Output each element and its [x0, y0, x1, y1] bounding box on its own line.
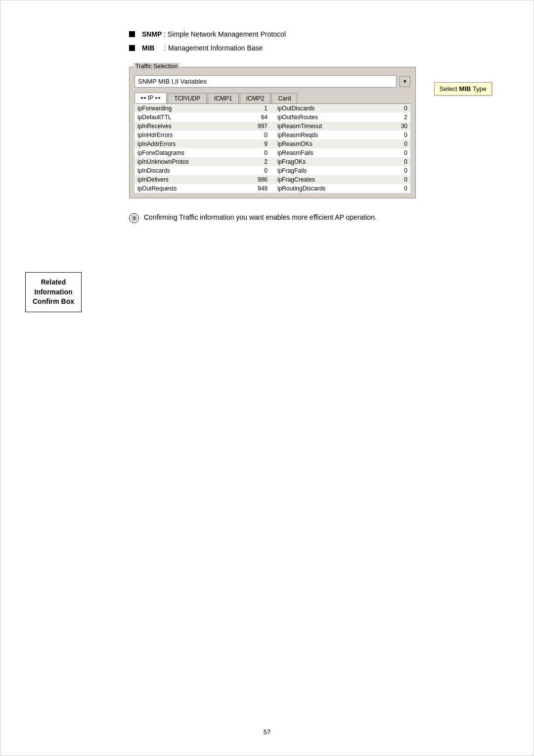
ip-data-table: ipForwarding 1 ipOutDiscards 0 ipDefault…	[134, 104, 410, 193]
tabs-row: IP TCP/UDP ICMP1 ICMP2 Card	[134, 93, 410, 104]
table-row: ipInAddrErrors 9 ipReasmOKs 0	[134, 140, 410, 148]
dropdown-arrow-icon[interactable]: ▼	[400, 76, 410, 87]
cell-name2: ipReasmReqds	[272, 131, 377, 140]
cell-val1: 2	[239, 157, 272, 166]
cell-val2: 2	[377, 113, 410, 122]
bullet-item-snmp: SNMP : Simple Network Management Protoco…	[129, 30, 494, 38]
select-mib-tooltip: Select MIB Type	[434, 82, 492, 95]
cell-name1: ipDefaultTTL	[134, 113, 239, 122]
table-row: ipInDiscards 0 ipFragFails 0	[134, 166, 410, 175]
cell-val2: 0	[377, 166, 410, 175]
cell-val1: 1	[239, 104, 272, 113]
cell-name2: ipReasmOKs	[272, 140, 377, 148]
cell-val1: 997	[239, 122, 272, 131]
tab-ip[interactable]: IP	[134, 93, 167, 103]
tab-card[interactable]: Card	[271, 93, 297, 103]
cell-name1: ipInHdrErrors	[134, 131, 239, 140]
related-line3: Confirm Box	[33, 297, 74, 305]
bullet-icon-mib	[129, 45, 135, 51]
cell-val1: 0	[239, 131, 272, 140]
cell-val1: 986	[239, 175, 272, 184]
page-number: 57	[40, 728, 494, 736]
tab-icmp2[interactable]: ICMP2	[240, 93, 271, 103]
dropdown-row: SNMP MIB I,II Variables ▼	[134, 75, 410, 88]
cell-val2: 0	[377, 184, 410, 193]
table-row: ipOutRequests 949 ipRoutingDiscards 0	[134, 184, 410, 193]
confirm-note: ⑨ Confirming Traffic information you wan…	[129, 213, 494, 223]
cell-val2: 30	[377, 122, 410, 131]
related-line1: Related	[41, 278, 66, 286]
related-info-confirm-box: Related Information Confirm Box	[25, 272, 82, 312]
cell-name1: ipForwDatagrams	[134, 148, 239, 157]
tab-icmp1[interactable]: ICMP1	[208, 93, 239, 103]
confirm-note-text: Confirming Traffic information you want …	[144, 213, 377, 221]
cell-name1: ipForwarding	[134, 104, 239, 113]
cell-val2: 0	[377, 157, 410, 166]
cell-val2: 0	[377, 104, 410, 113]
cell-val2: 0	[377, 175, 410, 184]
table-row: ipDefaultTTL 64 ipOutNoRoutes 2	[134, 113, 410, 122]
related-line2: Information	[35, 288, 73, 296]
table-row: ipInUnknownProtos 2 ipFragOKs 0	[134, 157, 410, 166]
cell-name2: ipFragOKs	[272, 157, 377, 166]
cell-name1: ipInDiscards	[134, 166, 239, 175]
cell-name2: ipFragFails	[272, 166, 377, 175]
traffic-box-label: Traffic Selection	[134, 63, 179, 70]
cell-name2: ipRoutingDiscards	[272, 184, 377, 193]
table-row: ipInDelivers 986 ipFragCreates 0	[134, 175, 410, 184]
table-row: ipForwDatagrams 0 ipReasmFails 0	[134, 148, 410, 157]
table-row: ipInReceives 997 ipReasmTimeout 30	[134, 122, 410, 131]
table-row: ipForwarding 1 ipOutDiscards 0	[134, 104, 410, 113]
bullet-text-snmp: SNMP : Simple Network Management Protoco…	[142, 30, 286, 38]
mib-type-dropdown[interactable]: SNMP MIB I,II Variables	[134, 75, 397, 88]
cell-val1: 9	[239, 140, 272, 148]
cell-name1: ipInReceives	[134, 122, 239, 131]
cell-name1: ipOutRequests	[134, 184, 239, 193]
traffic-selection-section: Traffic Selection SNMP MIB I,II Variable…	[129, 67, 494, 198]
cell-val1: 64	[239, 113, 272, 122]
cell-name2: ipReasmTimeout	[272, 122, 377, 131]
circled-number-9: ⑨	[129, 213, 139, 223]
cell-val1: 949	[239, 184, 272, 193]
table-row: ipInHdrErrors 0 ipReasmReqds 0	[134, 131, 410, 140]
cell-name2: ipOutNoRoutes	[272, 113, 377, 122]
cell-name2: ipReasmFails	[272, 148, 377, 157]
bullet-icon-snmp	[129, 31, 135, 37]
cell-name2: ipOutDiscards	[272, 104, 377, 113]
bullet-list: SNMP : Simple Network Management Protoco…	[129, 30, 494, 52]
cell-val2: 0	[377, 131, 410, 140]
tab-tcpudp[interactable]: TCP/UDP	[168, 93, 207, 103]
ip-dots-icon	[141, 97, 146, 99]
cell-val2: 0	[377, 140, 410, 148]
bullet-item-mib: MIB : Management Information Base	[129, 44, 494, 52]
cell-val1: 0	[239, 166, 272, 175]
cell-name1: ipInUnknownProtos	[134, 157, 239, 166]
traffic-box: Traffic Selection SNMP MIB I,II Variable…	[129, 67, 416, 198]
cell-name1: ipInAddrErrors	[134, 140, 239, 148]
bullet-text-mib: MIB : Management Information Base	[142, 44, 263, 52]
tab-ip-label: IP	[148, 94, 153, 101]
cell-name2: ipFragCreates	[272, 175, 377, 184]
cell-name1: ipInDelivers	[134, 175, 239, 184]
cell-val2: 0	[377, 148, 410, 157]
cell-val1: 0	[239, 148, 272, 157]
ip-dots-icon2	[155, 97, 160, 99]
